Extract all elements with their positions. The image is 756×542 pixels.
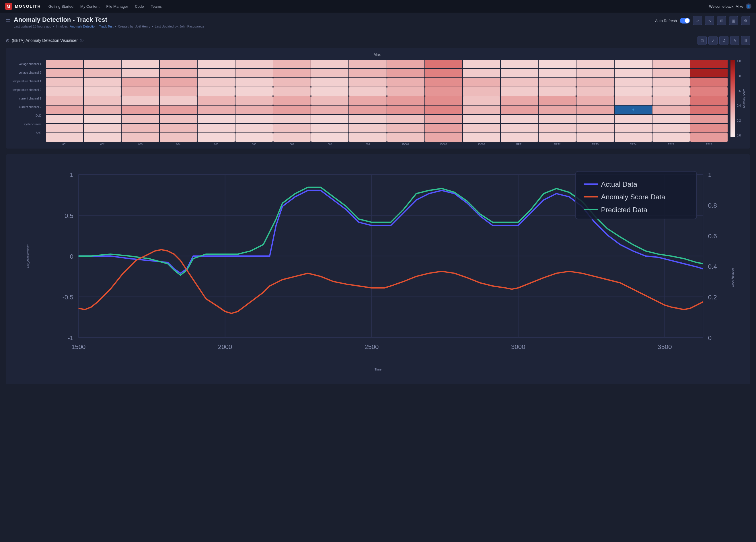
heatmap-cell <box>160 106 197 114</box>
heatmap-y-label: SoC <box>9 128 43 137</box>
colorbar-value: 0.2 <box>737 119 741 122</box>
heatmap-y-labels: voltage channel 1voltage channel 2temper… <box>9 60 43 137</box>
heatmap-cell <box>235 87 273 96</box>
heatmap-cell <box>576 96 614 105</box>
colorbar-title: Anomaly Score <box>743 60 746 137</box>
widget-icon: ⊙ <box>6 38 9 43</box>
heatmap-cell-marker: + <box>632 107 634 112</box>
heatmap-cell <box>501 69 538 77</box>
widget-delete-button[interactable]: 🗑 <box>741 36 750 45</box>
heatmap-cell <box>615 87 652 96</box>
widget-title: ⊙ (BETA) Anomaly Detection Visualiser ⓘ <box>6 38 83 43</box>
heatmap-y-label: DoD <box>9 111 43 120</box>
chart-y-left-label: Car_AccelerationY <box>26 244 30 268</box>
heatmap-cell <box>273 124 311 132</box>
colorbar-labels: 1.00.80.60.40.20.0 <box>736 60 741 137</box>
heatmap-cell <box>349 87 386 96</box>
widget-refresh-button[interactable]: ↺ <box>719 36 728 45</box>
user-icon[interactable]: 👤 <box>746 3 751 9</box>
widget-shrink-button[interactable]: ⊡ <box>697 36 707 45</box>
heatmap-cell <box>576 78 614 87</box>
heatmap-x-label: 008 <box>311 143 348 146</box>
page-header: ☰ Anomaly Detection - Track Test Last up… <box>0 13 756 31</box>
svg-text:0.2: 0.2 <box>708 294 717 301</box>
heatmap-y-label: temperature channel 1 <box>9 77 43 85</box>
svg-text:1500: 1500 <box>71 343 85 350</box>
heatmap-cell <box>463 69 500 77</box>
heatmap-cell <box>122 96 159 105</box>
nav-my-content[interactable]: My Content <box>80 3 100 10</box>
heatmap-cell <box>652 96 690 105</box>
heatmap-cell <box>198 69 235 77</box>
heatmap-cell <box>349 96 386 105</box>
heatmap-cell <box>501 115 538 123</box>
widget-area: ⊙ (BETA) Anomaly Detection Visualiser ⓘ … <box>0 31 756 389</box>
grid-button[interactable]: ▦ <box>729 16 738 25</box>
heatmap-cell <box>387 133 424 142</box>
heatmap-cell <box>501 60 538 68</box>
heatmap-cell <box>576 87 614 96</box>
svg-text:1: 1 <box>70 171 73 178</box>
heatmap-cell <box>501 106 538 114</box>
heatmap-grid: + <box>46 60 728 142</box>
heatmap-x-label: TS22 <box>652 143 690 146</box>
heatmap-cell <box>311 115 348 123</box>
heatmap-x-label: 006 <box>235 143 273 146</box>
svg-text:2500: 2500 <box>365 343 379 350</box>
heatmap-cell <box>539 87 576 96</box>
heatmap-cell <box>501 78 538 87</box>
heatmap-x-label: 003 <box>122 143 159 146</box>
heatmap-cell <box>463 78 500 87</box>
chart-button[interactable]: ⊞ <box>717 16 726 25</box>
toggle-thumb <box>685 18 689 23</box>
heatmap-x-label: TS22 <box>690 143 728 146</box>
chart-y-right-label: Anomaly Score <box>732 268 735 287</box>
navbar-right: Welcome back, Mike 👤 <box>709 3 751 9</box>
auto-refresh-toggle[interactable] <box>680 18 690 24</box>
heatmap-cell <box>387 87 424 96</box>
nav-teams[interactable]: Teams <box>150 3 162 10</box>
nav-code[interactable]: Code <box>134 3 144 10</box>
heatmap-cell <box>273 60 311 68</box>
heatmap-cell <box>160 133 197 142</box>
heatmap-cell <box>160 87 197 96</box>
heatmap-y-label: temperature channel 2 <box>9 85 43 94</box>
heatmap-cell <box>349 115 386 123</box>
heatmap-cell <box>235 106 273 114</box>
info-icon[interactable]: ⓘ <box>80 38 83 43</box>
heatmap-cell <box>349 124 386 132</box>
heatmap-cell <box>235 69 273 77</box>
meta-folder-link[interactable]: Anomaly Detection - Track Test <box>70 25 114 28</box>
heatmap-cell <box>387 115 424 123</box>
heatmap-x-label: RPT2 <box>539 143 576 146</box>
heatmap-cell <box>311 96 348 105</box>
heatmap-cell <box>539 96 576 105</box>
meta-folder-label: In folder: <box>56 25 68 28</box>
heatmap-cell <box>349 133 386 142</box>
heatmap-y-label: voltage channel 2 <box>9 68 43 77</box>
nav-file-manager[interactable]: File Manager <box>106 3 129 10</box>
heatmap-cell <box>425 96 462 105</box>
heatmap-y-label: current channel 2 <box>9 103 43 111</box>
heatmap-cell <box>273 69 311 77</box>
page-header-right: Auto Refresh ⤢ ⤡ ⊞ ▦ ⚙ <box>655 16 750 25</box>
expand-button[interactable]: ⤢ <box>693 16 702 25</box>
settings-button[interactable]: ⚙ <box>741 16 750 25</box>
heatmap-x-label: ID001 <box>387 143 424 146</box>
heatmap-cell <box>46 78 83 87</box>
heatmap-x-label: 001 <box>46 143 83 146</box>
heatmap-x-label: 004 <box>160 143 197 146</box>
heatmap-cell <box>122 106 159 114</box>
heatmap-cell <box>84 60 121 68</box>
widget-edit-button[interactable]: ✎ <box>730 36 739 45</box>
heatmap-cell <box>198 124 235 132</box>
heatmap-cell <box>615 115 652 123</box>
heatmap-cell <box>198 60 235 68</box>
nav-getting-started[interactable]: Getting Started <box>48 3 74 10</box>
widget-fullscreen-button[interactable]: ⤢ <box>708 36 718 45</box>
heatmap-cell <box>46 96 83 105</box>
svg-text:Anomaly Score Data: Anomaly Score Data <box>601 193 665 201</box>
heatmap-cell <box>387 69 424 77</box>
compress-button[interactable]: ⤡ <box>705 16 714 25</box>
heatmap-cell <box>425 115 462 123</box>
